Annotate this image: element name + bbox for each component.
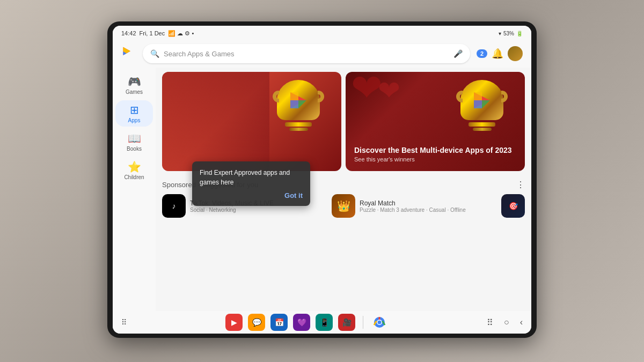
more-options-icon[interactable]: ⋮ xyxy=(516,180,525,190)
mic-icon: 🎤 xyxy=(453,49,463,58)
main-content: 🎮 Games ⊞ Apps 📖 Books ⭐ Children xyxy=(113,68,531,311)
content-area: ❤ ❤ xyxy=(156,68,531,311)
trophy-2-pedestal xyxy=(473,128,492,131)
tooltip-button-area: Got it xyxy=(200,191,303,200)
banner-2-text: Discover the Best Multi-device Apps of 2… xyxy=(354,146,516,162)
search-icon: 🔍 xyxy=(150,49,159,58)
tooltip-text: Find Expert Approved apps and games here xyxy=(200,168,303,187)
trophy-2-handle-right xyxy=(501,91,508,102)
banner-row: ❤ ❤ xyxy=(156,68,531,175)
google-play-logo xyxy=(121,46,136,61)
sidebar-item-children[interactable]: ⭐ Children xyxy=(115,157,153,183)
sidebar-games-label: Games xyxy=(126,89,143,95)
play-logo-trophy-1 xyxy=(288,90,309,111)
svg-point-10 xyxy=(378,321,382,324)
wifi-icon: ▾ xyxy=(499,31,501,36)
notification-badge[interactable]: 2 xyxy=(477,49,487,58)
sidebar-item-games[interactable]: 🎮 Games xyxy=(115,72,153,98)
games-icon: 🎮 xyxy=(128,75,141,88)
trophy-handle-right xyxy=(318,91,324,102)
svg-marker-7 xyxy=(474,100,482,108)
sidebar-books-label: Books xyxy=(127,146,142,152)
dock-app-6[interactable]: 🎥 xyxy=(338,314,355,331)
royal-match-info: Royal Match Puzzle · Match 3 adventure ·… xyxy=(360,200,495,213)
apps-icon: ⊞ xyxy=(130,104,139,116)
tooltip-popup: Find Expert Approved apps and games here… xyxy=(192,161,310,206)
banner-card-2[interactable]: ❤ ❤ xyxy=(346,72,525,171)
dock-app-2[interactable]: 💬 xyxy=(248,314,265,331)
royal-match-name: Royal Match xyxy=(360,200,495,207)
banner-2-subtitle: See this year's winners xyxy=(354,156,516,162)
status-bar: 14:42 Fri, 1 Dec 📶 ☁ ⚙ • ▾ 53% 🔋 xyxy=(113,26,531,41)
time-display: 14:42 xyxy=(121,30,136,36)
got-it-button[interactable]: Got it xyxy=(284,191,303,200)
trophy-1 xyxy=(272,80,325,144)
dock-app-3[interactable]: 📅 xyxy=(270,314,288,331)
nav-back-icon[interactable]: ‹ xyxy=(520,317,523,327)
search-placeholder: Search Apps & Games xyxy=(164,50,449,58)
royal-match-icon: 👑 xyxy=(332,194,355,218)
trophy-2-base xyxy=(469,122,495,127)
sidebar-item-books[interactable]: 📖 Books xyxy=(115,129,153,155)
trophy-2 xyxy=(455,80,509,144)
tiktok-category: Social · Networking xyxy=(190,207,325,213)
trophy-base xyxy=(285,122,312,127)
date-display: Fri, 1 Dec xyxy=(140,30,165,36)
sidebar-children-label: Children xyxy=(124,174,144,180)
tablet-screen: 14:42 Fri, 1 Dec 📶 ☁ ⚙ • ▾ 53% 🔋 xyxy=(113,26,531,334)
svg-marker-6 xyxy=(482,100,490,108)
signal-icons: 📶 ☁ ⚙ • xyxy=(168,30,194,37)
app-item-royal[interactable]: 👑 Royal Match Puzzle · Match 3 adventure… xyxy=(332,194,495,218)
app-item-third-partial: 🎯 xyxy=(501,194,525,218)
nav-home-icon[interactable]: ○ xyxy=(504,317,509,327)
bell-icon[interactable]: 🔔 xyxy=(492,48,503,60)
user-avatar[interactable] xyxy=(508,46,523,61)
dock-app-1[interactable]: ▶ xyxy=(225,314,243,331)
sidebar-apps-label: Apps xyxy=(128,117,141,123)
nav-menu-icon[interactable]: ⠿ xyxy=(487,317,493,328)
banner-card-1[interactable] xyxy=(162,72,341,171)
battery-display: 53% xyxy=(503,31,514,36)
books-icon: 📖 xyxy=(128,132,141,145)
search-box[interactable]: 🔍 Search Apps & Games 🎤 xyxy=(143,44,470,63)
dock-divider xyxy=(363,316,363,329)
dock-app-5[interactable]: 📱 xyxy=(316,314,333,331)
children-icon: ⭐ xyxy=(128,160,141,173)
sidebar: 🎮 Games ⊞ Apps 📖 Books ⭐ Children xyxy=(113,68,156,311)
svg-marker-5 xyxy=(474,92,482,100)
chrome-logo xyxy=(373,316,386,329)
nav-buttons: ⠿ ○ ‹ xyxy=(487,317,523,328)
trophy-2-handle-left xyxy=(456,91,463,102)
tablet-device: 14:42 Fri, 1 Dec 📶 ☁ ⚙ • ▾ 53% 🔋 xyxy=(107,21,537,338)
svg-marker-1 xyxy=(290,92,298,100)
svg-marker-2 xyxy=(298,100,306,108)
nav-bar: ⠿ ▶ 💬 📅 💜 📱 xyxy=(113,311,531,334)
play-logo-trophy-2 xyxy=(471,90,493,111)
status-right: ▾ 53% 🔋 xyxy=(499,31,523,36)
tiktok-icon: ♪ xyxy=(162,194,186,218)
third-app-icon: 🎯 xyxy=(501,194,525,218)
chrome-icon[interactable] xyxy=(371,314,388,331)
dock-app-4[interactable]: 💜 xyxy=(293,314,310,331)
header-right: 2 🔔 xyxy=(477,46,523,61)
trophy-pedestal xyxy=(289,128,308,131)
status-left: 14:42 Fri, 1 Dec 📶 ☁ ⚙ • xyxy=(121,30,194,37)
card-1-bg-deco xyxy=(162,72,269,171)
apps-grid-icon[interactable]: ⠿ xyxy=(121,318,127,327)
royal-match-category: Puzzle · Match 3 adventure · Casual · Of… xyxy=(360,207,495,213)
scene: 14:42 Fri, 1 Dec 📶 ☁ ⚙ • ▾ 53% 🔋 xyxy=(0,0,644,362)
dock-apps: ▶ 💬 📅 💜 📱 🎥 xyxy=(225,314,388,331)
svg-marker-3 xyxy=(290,100,298,108)
battery-icon: 🔋 xyxy=(516,31,523,36)
search-bar-area: 🔍 Search Apps & Games 🎤 2 🔔 xyxy=(113,41,531,68)
heart-deco-2: ❤ xyxy=(378,77,400,104)
trophy-handle-left xyxy=(273,91,279,102)
sidebar-item-apps[interactable]: ⊞ Apps xyxy=(115,100,153,127)
banner-2-title: Discover the Best Multi-device Apps of 2… xyxy=(354,146,516,154)
